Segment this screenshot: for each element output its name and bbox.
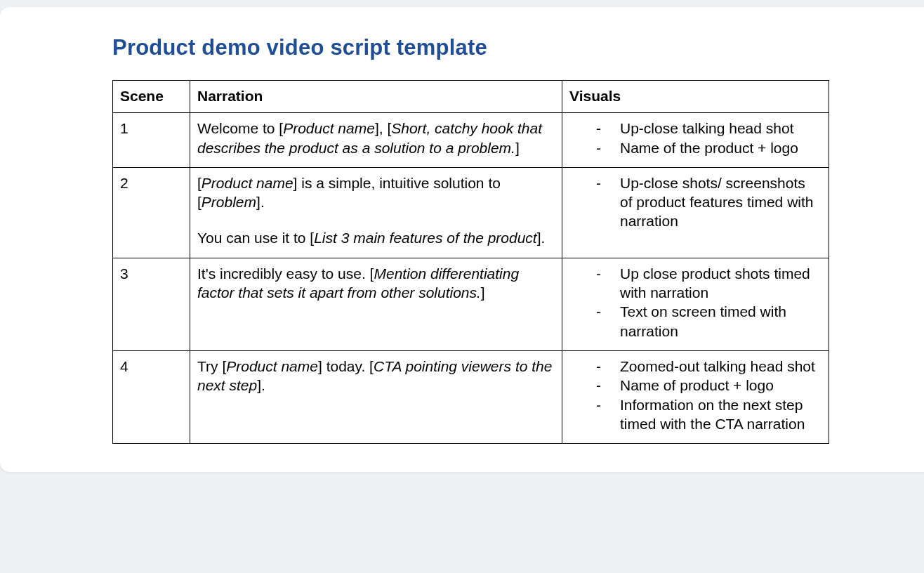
- scene-number: 3: [113, 258, 190, 350]
- placeholder-text: List 3 main features of the product: [314, 230, 537, 246]
- visuals-item: Zoomed-out talking head shot: [592, 357, 816, 376]
- script-table: Scene Narration Visuals 1Welcome to [Pro…: [112, 80, 829, 444]
- visuals-list: Zoomed-out talking head shotName of prod…: [569, 357, 820, 433]
- visuals-item: Text on screen timed with narration: [592, 302, 816, 341]
- narration-text: ].: [537, 230, 546, 246]
- visuals-item: Up-close talking head shot: [592, 119, 816, 138]
- visuals-cell: Up-close shots/ screenshots of product f…: [562, 167, 829, 258]
- scene-number: 2: [113, 167, 190, 258]
- narration-text: ] today. [: [318, 358, 374, 374]
- narration-cell: It's incredibly easy to use. [Mention di…: [190, 258, 562, 350]
- document-page: Product demo video script template Scene…: [0, 7, 924, 472]
- table-header-row: Scene Narration Visuals: [113, 81, 829, 113]
- narration-paragraph: Welcome to [Product name], [Short, catch…: [197, 119, 553, 157]
- placeholder-text: Product name: [202, 175, 293, 191]
- visuals-item: Up-close shots/ screenshots of product f…: [592, 173, 816, 231]
- visuals-item: Name of product + logo: [592, 376, 816, 395]
- narration-text: ].: [256, 194, 265, 210]
- narration-cell: Welcome to [Product name], [Short, catch…: [190, 113, 562, 168]
- narration-text: Welcome to [: [197, 120, 283, 136]
- visuals-cell: Up close product shots timed with narrat…: [562, 258, 829, 350]
- table-row: 3It's incredibly easy to use. [Mention d…: [113, 258, 829, 350]
- placeholder-text: Problem: [202, 194, 256, 210]
- narration-cell: [Product name] is a simple, intuitive so…: [190, 167, 562, 258]
- placeholder-text: Product name: [283, 120, 375, 136]
- col-header-scene: Scene: [113, 81, 190, 113]
- narration-paragraph: Try [Product name] today. [CTA pointing …: [197, 357, 553, 395]
- visuals-item: Up close product shots timed with narrat…: [592, 264, 816, 303]
- narration-text: You can use it to [: [197, 230, 314, 246]
- visuals-item: Information on the next step timed with …: [592, 395, 816, 434]
- narration-text: ]: [481, 284, 485, 301]
- visuals-list: Up-close talking head shotName of the pr…: [569, 119, 820, 157]
- narration-paragraph: You can use it to [List 3 main features …: [197, 228, 553, 247]
- visuals-item: Name of the product + logo: [592, 138, 816, 157]
- table-row: 2[Product name] is a simple, intuitive s…: [113, 167, 829, 258]
- placeholder-text: Product name: [226, 358, 318, 374]
- scene-number: 1: [113, 113, 190, 168]
- scene-number: 4: [113, 350, 190, 443]
- narration-text: Try [: [197, 358, 226, 374]
- col-header-narration: Narration: [190, 81, 562, 113]
- visuals-list: Up-close shots/ screenshots of product f…: [569, 173, 820, 231]
- narration-text: It's incredibly easy to use. [: [197, 265, 374, 282]
- narration-paragraph: [Product name] is a simple, intuitive so…: [197, 173, 553, 212]
- visuals-list: Up close product shots timed with narrat…: [569, 264, 820, 341]
- table-row: 4Try [Product name] today. [CTA pointing…: [113, 350, 829, 443]
- narration-paragraph: It's incredibly easy to use. [Mention di…: [197, 264, 553, 303]
- narration-text: ].: [257, 377, 265, 393]
- table-row: 1Welcome to [Product name], [Short, catc…: [113, 113, 829, 168]
- page-title: Product demo video script template: [112, 35, 924, 60]
- col-header-visuals: Visuals: [562, 81, 829, 113]
- visuals-cell: Up-close talking head shotName of the pr…: [562, 113, 829, 168]
- narration-text: ]: [515, 140, 520, 156]
- narration-cell: Try [Product name] today. [CTA pointing …: [190, 350, 562, 443]
- narration-text: ], [: [375, 120, 391, 136]
- visuals-cell: Zoomed-out talking head shotName of prod…: [562, 350, 829, 443]
